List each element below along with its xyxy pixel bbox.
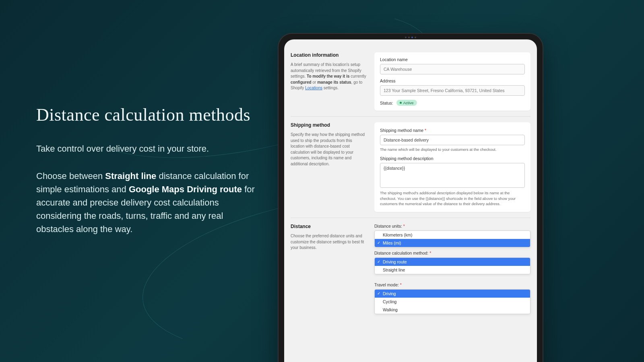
locations-link[interactable]: Locations <box>305 86 322 90</box>
units-option-km[interactable]: Kilometers (km) <box>375 231 530 239</box>
status-label: Status: <box>380 101 393 105</box>
tablet-camera <box>396 36 425 39</box>
status-badge: Active <box>396 100 417 106</box>
body-text: Choose between Straight line distance ca… <box>36 169 262 236</box>
travel-dropdown[interactable]: Driving Cycling Walking <box>374 289 530 314</box>
location-name-label: Location name <box>380 57 525 62</box>
method-label: Distance calculation method: * <box>374 251 530 255</box>
subheadline: Take control over delivery cost in your … <box>36 144 262 154</box>
units-label: Distance units: * <box>374 224 530 228</box>
method-option-driving[interactable]: Driving route <box>375 258 530 266</box>
travel-option-driving[interactable]: Driving <box>375 290 530 298</box>
section-title: Shipping method <box>291 122 367 128</box>
travel-label: Travel mode: * <box>374 282 530 287</box>
address-label: Address <box>380 78 525 83</box>
method-dropdown[interactable]: Driving route Straight line <box>374 257 530 274</box>
section-title: Distance <box>291 224 367 229</box>
shipping-name-label: Shipping method name * <box>380 128 525 133</box>
location-name-input[interactable] <box>380 64 525 74</box>
shipping-desc-help: The shipping method's additional descrip… <box>380 190 525 206</box>
tablet-frame: Location information A brief summary of … <box>278 33 543 362</box>
section-desc: Specify the way how the shipping method … <box>291 132 367 167</box>
travel-option-cycling[interactable]: Cycling <box>375 298 530 306</box>
units-dropdown[interactable]: Kilometers (km) Miles (mi) <box>374 230 530 247</box>
method-option-straight[interactable]: Straight line <box>375 266 530 274</box>
address-input[interactable] <box>380 85 525 96</box>
section-title: Location information <box>291 52 367 58</box>
shipping-desc-label: Shipping method description <box>380 156 525 161</box>
location-section: Location information A brief summary of … <box>291 47 530 117</box>
method-help-truncated <box>374 275 530 279</box>
section-desc: A brief summary of this location's setup… <box>291 62 367 91</box>
shipping-name-help: The name which will be displayed to your… <box>380 147 525 152</box>
marketing-copy: Distance calculation methods Take contro… <box>36 105 262 236</box>
distance-section: Distance Choose the preferred distance u… <box>291 218 530 323</box>
shipping-desc-input[interactable] <box>380 163 525 188</box>
section-desc: Choose the preferred distance units and … <box>291 233 367 251</box>
shipping-section: Shipping method Specify the way how the … <box>291 117 530 218</box>
shipping-name-input[interactable] <box>380 135 525 145</box>
travel-option-walking[interactable]: Walking <box>375 306 530 314</box>
app-screen: Location information A brief summary of … <box>284 39 537 362</box>
headline: Distance calculation methods <box>36 105 262 125</box>
units-option-mi[interactable]: Miles (mi) <box>375 239 530 247</box>
